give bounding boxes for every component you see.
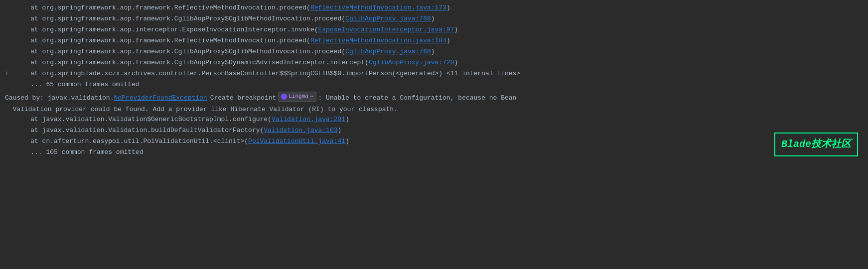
lingma-icon [281, 94, 287, 100]
link-4[interactable]: ReflectiveMethodInvocation.java:184 [310, 36, 446, 46]
stack-line-1: at org.springframework.aop.framework.Ref… [0, 3, 868, 14]
vstack-line-2: at javax.validation.Validation.buildDefa… [0, 126, 868, 136]
lingma-badge[interactable]: Lingma → [278, 92, 316, 102]
stack-line-6: at org.springframework.aop.framework.Cgl… [0, 58, 868, 69]
link-1[interactable]: ReflectiveMethodInvocation.java:173 [310, 3, 446, 13]
link-2[interactable]: CglibAopProxy.java:768 [345, 14, 431, 24]
lingma-arrow: → [310, 92, 313, 101]
lingma-text: Lingma [289, 92, 308, 101]
vlink-2[interactable]: Validation.java:103 [264, 126, 337, 136]
caused-by-line: Caused by: javax.validation.NoProviderFo… [0, 91, 868, 105]
exception-link[interactable]: NoProviderFoundException [114, 93, 207, 104]
stack-line-8: ... 65 common frames omitted [0, 80, 868, 91]
watermark: Blade技术社区 [774, 133, 858, 156]
vlink-1[interactable]: Validation.java:291 [272, 115, 345, 125]
message-continuation: Validation provider could be found. Add … [0, 105, 868, 115]
stack-line-4: at org.springframework.aop.framework.Ref… [0, 36, 868, 47]
stack-line-7: + at org.springblade.xczx.archives.contr… [0, 69, 868, 80]
stack-line-3: at org.springframework.aop.interceptor.E… [0, 25, 868, 36]
gutter-7: + [5, 69, 15, 79]
console-output: at org.springframework.aop.framework.Ref… [0, 0, 868, 161]
link-3[interactable]: ExposeInvocationInterceptor.java:97 [318, 25, 454, 35]
vstack-line-1: at javax.validation.Validation$GenericBo… [0, 115, 868, 126]
vstack-line-3: at cn.afterturn.easypoi.util.PoiValidati… [0, 136, 868, 147]
vstack-line-4: ... 105 common frames omitted [0, 147, 868, 158]
watermark-text: Blade技术社区 [781, 138, 851, 150]
link-6[interactable]: CglibAopProxy.java:720 [369, 58, 454, 68]
stack-line-2: at org.springframework.aop.framework.Cgl… [0, 14, 868, 25]
vlink-3[interactable]: PoiValidationUtil.java:41 [248, 136, 345, 147]
stack-line-5: at org.springframework.aop.framework.Cgl… [0, 47, 868, 58]
link-5[interactable]: CglibAopProxy.java:768 [345, 47, 431, 57]
